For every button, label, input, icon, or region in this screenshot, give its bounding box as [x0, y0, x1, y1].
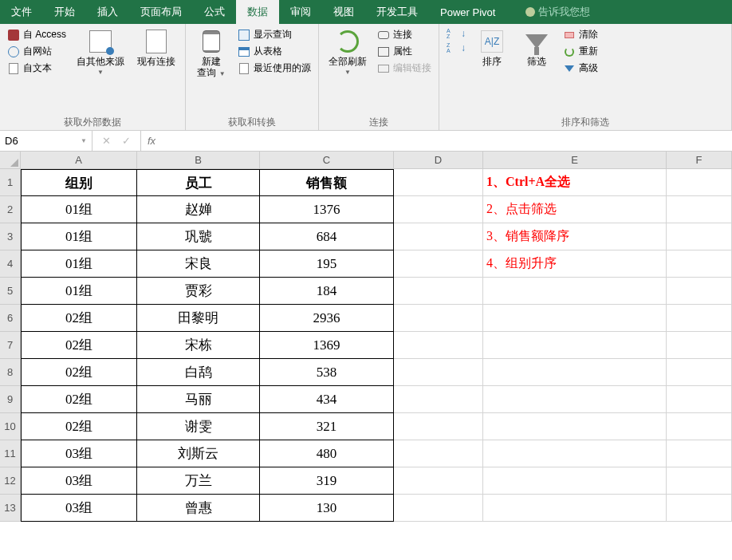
cell[interactable]: 1、Ctrl+A全选 — [483, 169, 667, 196]
cell[interactable]: 434 — [260, 386, 394, 413]
filter-button[interactable]: 筛选 — [516, 27, 557, 69]
cell[interactable] — [394, 278, 483, 305]
clear-filter-button[interactable]: 清除 — [561, 27, 600, 42]
cell[interactable] — [394, 359, 483, 386]
tab-home[interactable]: 开始 — [43, 0, 86, 24]
cell[interactable] — [667, 413, 732, 440]
cell[interactable]: 02组 — [21, 359, 137, 386]
cell[interactable]: 2、点击筛选 — [483, 196, 667, 223]
column-header-E[interactable]: E — [483, 152, 667, 169]
existing-connections-button[interactable]: 现有连接 — [132, 27, 180, 69]
cell[interactable]: 4、组别升序 — [483, 250, 667, 278]
cell[interactable]: 319 — [260, 467, 394, 495]
cell[interactable] — [394, 250, 483, 278]
cell[interactable]: 员工 — [137, 169, 260, 196]
from-access-button[interactable]: 自 Access — [5, 27, 69, 42]
cell[interactable]: 白鸹 — [137, 359, 260, 386]
cell[interactable] — [394, 413, 483, 440]
column-header-B[interactable]: B — [137, 152, 260, 169]
recent-sources-button[interactable]: 最近使用的源 — [235, 61, 313, 76]
tab-layout[interactable]: 页面布局 — [129, 0, 193, 24]
row-header-5[interactable]: 5 — [0, 278, 21, 305]
cell[interactable] — [667, 169, 732, 196]
column-header-C[interactable]: C — [260, 152, 394, 169]
properties-button[interactable]: 属性 — [375, 44, 434, 59]
cell[interactable]: 谢雯 — [137, 413, 260, 440]
cell[interactable]: 01组 — [21, 250, 137, 278]
cell[interactable] — [483, 278, 667, 305]
cell[interactable] — [667, 440, 732, 467]
tab-file[interactable]: 文件 — [0, 0, 43, 24]
cell[interactable] — [667, 305, 732, 332]
cell[interactable]: 03组 — [21, 440, 137, 467]
cell[interactable]: 宋栋 — [137, 332, 260, 359]
tab-review[interactable]: 审阅 — [279, 0, 322, 24]
advanced-filter-button[interactable]: 高级 — [561, 61, 600, 76]
cell[interactable]: 01组 — [21, 278, 137, 305]
sort-desc-button[interactable]: ZA↓ — [444, 41, 468, 54]
row-header-2[interactable]: 2 — [0, 196, 21, 223]
cell[interactable]: 马丽 — [137, 386, 260, 413]
cell[interactable]: 02组 — [21, 413, 137, 440]
cell[interactable]: 02组 — [21, 386, 137, 413]
cell[interactable] — [667, 359, 732, 386]
cell[interactable] — [667, 332, 732, 359]
column-header-A[interactable]: A — [21, 152, 137, 169]
cell[interactable]: 684 — [260, 223, 394, 250]
cell[interactable] — [394, 169, 483, 196]
row-header-3[interactable]: 3 — [0, 223, 21, 250]
cell[interactable]: 曾惠 — [137, 495, 260, 522]
cell[interactable]: 01组 — [21, 223, 137, 250]
from-text-button[interactable]: 自文本 — [5, 61, 69, 76]
row-header-10[interactable]: 10 — [0, 413, 21, 440]
sort-button[interactable]: A|Z 排序 — [471, 27, 513, 69]
row-header-8[interactable]: 8 — [0, 359, 21, 386]
cell[interactable] — [483, 495, 667, 522]
column-header-F[interactable]: F — [667, 152, 732, 169]
cell[interactable] — [394, 332, 483, 359]
cell[interactable] — [483, 467, 667, 495]
row-header-13[interactable]: 13 — [0, 495, 21, 522]
tab-insert[interactable]: 插入 — [86, 0, 129, 24]
cell[interactable]: 3、销售额降序 — [483, 223, 667, 250]
from-other-sources-button[interactable]: 自其他来源 ▼ — [72, 27, 129, 77]
tab-view[interactable]: 视图 — [322, 0, 365, 24]
cell[interactable] — [394, 305, 483, 332]
cell[interactable]: 321 — [260, 413, 394, 440]
cell[interactable] — [483, 305, 667, 332]
cell[interactable] — [667, 196, 732, 223]
sort-asc-button[interactable]: AZ↓ — [444, 27, 468, 40]
name-box[interactable]: D6 ▼ — [0, 131, 92, 151]
tell-me-search[interactable]: 告诉我您想 — [514, 0, 601, 24]
cell[interactable] — [394, 495, 483, 522]
cell[interactable] — [483, 332, 667, 359]
row-header-4[interactable]: 4 — [0, 250, 21, 278]
cell[interactable]: 02组 — [21, 332, 137, 359]
cell[interactable]: 刘斯云 — [137, 440, 260, 467]
cell[interactable] — [394, 386, 483, 413]
enter-formula-button[interactable]: ✓ — [122, 135, 131, 147]
row-header-11[interactable]: 11 — [0, 440, 21, 467]
cell[interactable] — [483, 440, 667, 467]
cell[interactable]: 组别 — [21, 169, 137, 196]
cell[interactable]: 195 — [260, 250, 394, 278]
cell[interactable]: 贾彩 — [137, 278, 260, 305]
cell[interactable] — [667, 223, 732, 250]
cell[interactable] — [667, 495, 732, 522]
tab-formulas[interactable]: 公式 — [193, 0, 236, 24]
cell[interactable]: 02组 — [21, 305, 137, 332]
cell[interactable]: 赵婵 — [137, 196, 260, 223]
cell[interactable] — [667, 278, 732, 305]
row-header-12[interactable]: 12 — [0, 467, 21, 495]
cell[interactable] — [667, 386, 732, 413]
cell[interactable]: 03组 — [21, 467, 137, 495]
cell[interactable]: 03组 — [21, 495, 137, 522]
cell[interactable] — [394, 440, 483, 467]
row-header-6[interactable]: 6 — [0, 305, 21, 332]
cell[interactable] — [483, 359, 667, 386]
cell[interactable] — [483, 413, 667, 440]
cell[interactable] — [483, 386, 667, 413]
cell[interactable] — [394, 467, 483, 495]
reapply-button[interactable]: 重新 — [561, 44, 600, 59]
cell[interactable] — [394, 196, 483, 223]
